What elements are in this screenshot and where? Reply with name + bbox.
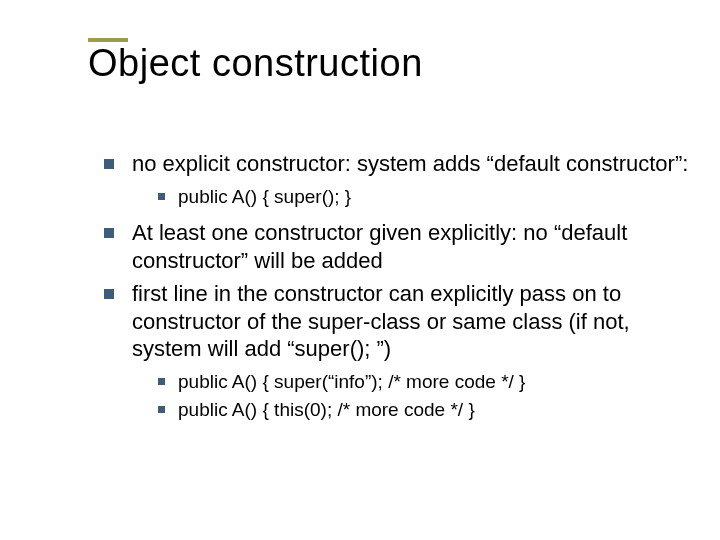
sub-list: public A() { super(“info”); /* more code… xyxy=(132,369,690,423)
list-item-text: public A() { super(); } xyxy=(178,186,351,207)
list-item-text: first line in the constructor can explic… xyxy=(132,281,630,361)
slide-body: no explicit constructor: system adds “de… xyxy=(100,150,690,433)
list-item-text: public A() { super(“info”); /* more code… xyxy=(178,371,525,392)
list-item: At least one constructor given explicitl… xyxy=(100,219,690,274)
slide-title: Object construction xyxy=(88,44,423,84)
list-item: no explicit constructor: system adds “de… xyxy=(100,150,690,209)
list-item-text: public A() { this(0); /* more code */ } xyxy=(178,399,475,420)
list-item: first line in the constructor can explic… xyxy=(100,280,690,423)
sub-list: public A() { super(); } xyxy=(132,184,690,210)
list-item-text: no explicit constructor: system adds “de… xyxy=(132,151,688,176)
list-item: public A() { super(); } xyxy=(156,184,690,210)
list-item: public A() { super(“info”); /* more code… xyxy=(156,369,690,395)
list-item-text: At least one constructor given explicitl… xyxy=(132,220,627,273)
slide: Object construction no explicit construc… xyxy=(0,0,720,540)
bullet-list: no explicit constructor: system adds “de… xyxy=(100,150,690,423)
list-item: public A() { this(0); /* more code */ } xyxy=(156,397,690,423)
title-block: Object construction xyxy=(88,38,423,84)
